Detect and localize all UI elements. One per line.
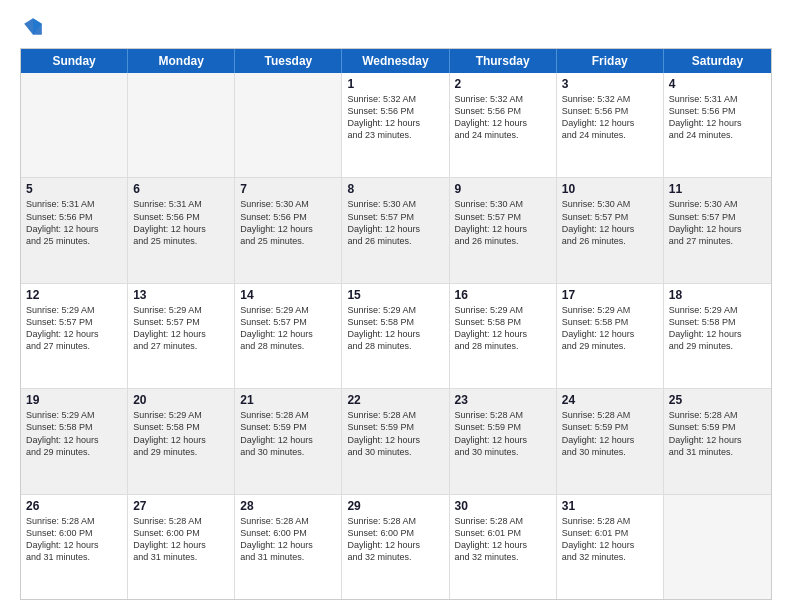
cal-row-3: 12Sunrise: 5:29 AMSunset: 5:57 PMDayligh… [21,283,771,388]
cal-cell-3-1: 12Sunrise: 5:29 AMSunset: 5:57 PMDayligh… [21,284,128,388]
day-number: 22 [347,393,443,407]
cal-cell-1-3 [235,73,342,177]
cell-line: Daylight: 12 hours [347,328,443,340]
cell-line: Sunrise: 5:32 AM [562,93,658,105]
day-number: 21 [240,393,336,407]
cal-cell-4-7: 25Sunrise: 5:28 AMSunset: 5:59 PMDayligh… [664,389,771,493]
cell-line: Daylight: 12 hours [455,117,551,129]
cell-line: Sunset: 5:57 PM [455,211,551,223]
cell-line: and 29 minutes. [669,340,766,352]
day-number: 5 [26,182,122,196]
cell-line: Daylight: 12 hours [669,117,766,129]
cell-line: Daylight: 12 hours [562,539,658,551]
cal-cell-1-5: 2Sunrise: 5:32 AMSunset: 5:56 PMDaylight… [450,73,557,177]
cell-line: Sunrise: 5:28 AM [455,515,551,527]
cell-line: Sunrise: 5:28 AM [26,515,122,527]
cell-line: Sunset: 5:59 PM [240,421,336,433]
cal-cell-5-6: 31Sunrise: 5:28 AMSunset: 6:01 PMDayligh… [557,495,664,599]
cell-line: Sunset: 5:58 PM [133,421,229,433]
cal-row-1: 1Sunrise: 5:32 AMSunset: 5:56 PMDaylight… [21,73,771,177]
cell-line: Sunset: 6:00 PM [240,527,336,539]
cell-line: Daylight: 12 hours [455,434,551,446]
cell-line: Sunset: 5:57 PM [347,211,443,223]
cell-line: and 25 minutes. [133,235,229,247]
day-number: 19 [26,393,122,407]
cell-line: and 27 minutes. [26,340,122,352]
calendar-body: 1Sunrise: 5:32 AMSunset: 5:56 PMDaylight… [21,73,771,599]
cal-row-4: 19Sunrise: 5:29 AMSunset: 5:58 PMDayligh… [21,388,771,493]
cell-line: Sunrise: 5:29 AM [562,304,658,316]
cal-cell-3-5: 16Sunrise: 5:29 AMSunset: 5:58 PMDayligh… [450,284,557,388]
cal-cell-4-5: 23Sunrise: 5:28 AMSunset: 5:59 PMDayligh… [450,389,557,493]
cell-line: Sunrise: 5:29 AM [26,409,122,421]
cell-line: Sunset: 5:56 PM [669,105,766,117]
cell-line: and 25 minutes. [240,235,336,247]
cal-cell-2-1: 5Sunrise: 5:31 AMSunset: 5:56 PMDaylight… [21,178,128,282]
cell-line: and 24 minutes. [562,129,658,141]
cell-line: Sunset: 6:00 PM [347,527,443,539]
cal-cell-3-2: 13Sunrise: 5:29 AMSunset: 5:57 PMDayligh… [128,284,235,388]
cal-cell-5-4: 29Sunrise: 5:28 AMSunset: 6:00 PMDayligh… [342,495,449,599]
cell-line: Daylight: 12 hours [347,434,443,446]
cell-line: and 23 minutes. [347,129,443,141]
cal-cell-2-3: 7Sunrise: 5:30 AMSunset: 5:56 PMDaylight… [235,178,342,282]
cell-line: Sunset: 5:59 PM [562,421,658,433]
cell-line: Sunset: 5:56 PM [240,211,336,223]
cell-line: and 32 minutes. [455,551,551,563]
cell-line: and 28 minutes. [347,340,443,352]
cell-line: and 30 minutes. [240,446,336,458]
day-number: 29 [347,499,443,513]
cell-line: Daylight: 12 hours [455,539,551,551]
cell-line: Sunset: 5:57 PM [562,211,658,223]
cell-line: Sunrise: 5:30 AM [562,198,658,210]
day-number: 1 [347,77,443,91]
cal-cell-3-4: 15Sunrise: 5:29 AMSunset: 5:58 PMDayligh… [342,284,449,388]
cell-line: and 28 minutes. [240,340,336,352]
cal-cell-2-4: 8Sunrise: 5:30 AMSunset: 5:57 PMDaylight… [342,178,449,282]
cell-line: and 26 minutes. [455,235,551,247]
header-day-saturday: Saturday [664,49,771,73]
cell-line: Daylight: 12 hours [347,223,443,235]
cell-line: Daylight: 12 hours [133,434,229,446]
cell-line: Sunrise: 5:31 AM [133,198,229,210]
cell-line: Daylight: 12 hours [562,223,658,235]
cell-line: Sunset: 6:01 PM [455,527,551,539]
day-number: 12 [26,288,122,302]
cell-line: Sunset: 6:01 PM [562,527,658,539]
cell-line: Daylight: 12 hours [26,539,122,551]
cell-line: Sunrise: 5:30 AM [455,198,551,210]
cell-line: Sunset: 5:59 PM [455,421,551,433]
day-number: 3 [562,77,658,91]
cell-line: Sunrise: 5:28 AM [347,409,443,421]
cell-line: and 32 minutes. [347,551,443,563]
cal-cell-5-1: 26Sunrise: 5:28 AMSunset: 6:00 PMDayligh… [21,495,128,599]
cell-line: Daylight: 12 hours [669,328,766,340]
calendar-header: SundayMondayTuesdayWednesdayThursdayFrid… [21,49,771,73]
day-number: 9 [455,182,551,196]
cell-line: Daylight: 12 hours [26,434,122,446]
cell-line: Sunrise: 5:29 AM [133,304,229,316]
cell-line: and 27 minutes. [669,235,766,247]
cell-line: Sunrise: 5:31 AM [669,93,766,105]
cal-cell-2-5: 9Sunrise: 5:30 AMSunset: 5:57 PMDaylight… [450,178,557,282]
day-number: 4 [669,77,766,91]
day-number: 30 [455,499,551,513]
cal-cell-4-3: 21Sunrise: 5:28 AMSunset: 5:59 PMDayligh… [235,389,342,493]
cal-cell-2-6: 10Sunrise: 5:30 AMSunset: 5:57 PMDayligh… [557,178,664,282]
cell-line: and 24 minutes. [455,129,551,141]
cell-line: Sunrise: 5:29 AM [669,304,766,316]
cell-line: Sunset: 5:58 PM [26,421,122,433]
cell-line: Sunrise: 5:32 AM [455,93,551,105]
cell-line: and 28 minutes. [455,340,551,352]
cell-line: Daylight: 12 hours [669,223,766,235]
cell-line: Daylight: 12 hours [240,434,336,446]
cell-line: and 24 minutes. [669,129,766,141]
cell-line: and 26 minutes. [562,235,658,247]
cell-line: Daylight: 12 hours [26,223,122,235]
cal-row-2: 5Sunrise: 5:31 AMSunset: 5:56 PMDaylight… [21,177,771,282]
cal-cell-1-7: 4Sunrise: 5:31 AMSunset: 5:56 PMDaylight… [664,73,771,177]
cal-cell-4-1: 19Sunrise: 5:29 AMSunset: 5:58 PMDayligh… [21,389,128,493]
day-number: 14 [240,288,336,302]
cell-line: Sunrise: 5:28 AM [455,409,551,421]
header-day-thursday: Thursday [450,49,557,73]
